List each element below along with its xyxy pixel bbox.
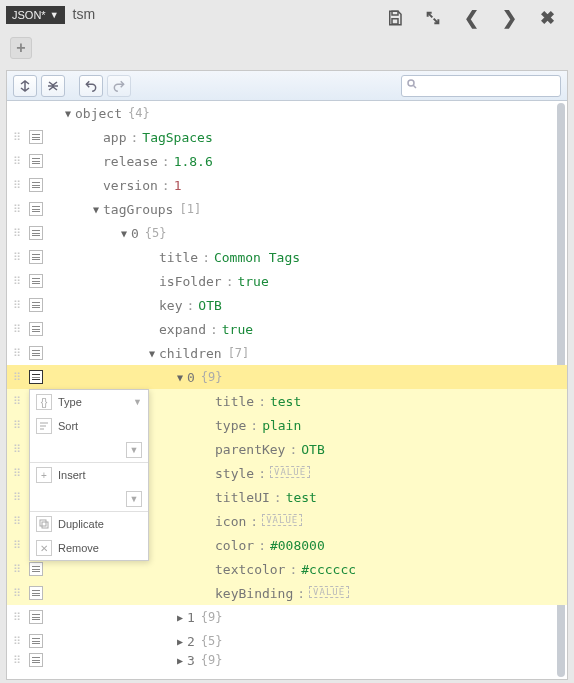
- tree-row-root[interactable]: ⠿ ▼ object {4}: [7, 101, 567, 125]
- ctx-insert[interactable]: + Insert: [30, 463, 148, 487]
- tree-row[interactable]: ⠿ ▼ title : Common Tags: [7, 245, 567, 269]
- search-box[interactable]: ▼ ▲: [401, 75, 561, 97]
- drag-handle-icon[interactable]: ⠿: [13, 275, 27, 288]
- row-menu-icon[interactable]: [29, 586, 43, 600]
- drag-handle-icon[interactable]: ⠿: [13, 251, 27, 264]
- undo-icon[interactable]: [79, 75, 103, 97]
- drag-handle-icon[interactable]: ⠿: [13, 347, 27, 360]
- tree-row-selected[interactable]: ⠿ ▼ 0 {9}: [7, 365, 567, 389]
- row-menu-icon[interactable]: [29, 274, 43, 288]
- drag-handle-icon[interactable]: ⠿: [13, 131, 27, 144]
- node-value[interactable]: true: [237, 274, 268, 289]
- expand-all-icon[interactable]: [13, 75, 37, 97]
- tree-row[interactable]: ⠿ ▼ children [7]: [7, 341, 567, 365]
- save-icon[interactable]: [380, 6, 410, 30]
- row-menu-icon[interactable]: [29, 298, 43, 312]
- node-value[interactable]: #cccccc: [301, 562, 356, 577]
- drag-handle-icon[interactable]: ⠿: [13, 563, 27, 576]
- drag-handle-icon[interactable]: ⠿: [13, 323, 27, 336]
- tree-row[interactable]: ⠿ ▼ keyBinding : VALUE: [7, 581, 567, 605]
- row-menu-icon[interactable]: [29, 653, 43, 667]
- tree-row[interactable]: ⠿ ▼ isFolder : true: [7, 269, 567, 293]
- ctx-sort[interactable]: Sort: [30, 414, 148, 438]
- mode-dropdown[interactable]: JSON* ▼: [6, 6, 65, 24]
- row-menu-icon[interactable]: [29, 178, 43, 192]
- tree-row[interactable]: ⠿ ▼ expand : true: [7, 317, 567, 341]
- row-menu-icon[interactable]: [29, 154, 43, 168]
- drag-handle-icon[interactable]: ⠿: [13, 491, 27, 504]
- collapse-all-icon[interactable]: [41, 75, 65, 97]
- caret-down-icon[interactable]: ▼: [145, 348, 159, 359]
- redo-icon[interactable]: [107, 75, 131, 97]
- row-menu-icon[interactable]: [29, 634, 43, 648]
- node-value[interactable]: #008000: [270, 538, 325, 553]
- node-value[interactable]: Common Tags: [214, 250, 300, 265]
- caret-right-icon[interactable]: ▶: [173, 655, 187, 666]
- drag-handle-icon[interactable]: ⠿: [13, 419, 27, 432]
- row-menu-icon[interactable]: [29, 250, 43, 264]
- node-value[interactable]: 1.8.6: [174, 154, 213, 169]
- tree-row[interactable]: ⠿ ▼ tagGroups [1]: [7, 197, 567, 221]
- caret-down-icon[interactable]: ▼: [173, 372, 187, 383]
- drag-handle-icon[interactable]: ⠿: [13, 179, 27, 192]
- node-value[interactable]: true: [222, 322, 253, 337]
- drag-handle-icon[interactable]: ⠿: [13, 299, 27, 312]
- drag-handle-icon[interactable]: ⠿: [13, 635, 27, 648]
- node-value[interactable]: test: [286, 490, 317, 505]
- row-menu-icon[interactable]: [29, 370, 43, 384]
- node-key: parentKey: [215, 442, 285, 457]
- node-value[interactable]: OTB: [198, 298, 221, 313]
- drag-handle-icon[interactable]: ⠿: [13, 155, 27, 168]
- row-menu-icon[interactable]: [29, 130, 43, 144]
- value-placeholder[interactable]: VALUE: [309, 586, 349, 598]
- ctx-insert-more-icon[interactable]: ▼: [126, 491, 142, 507]
- tree-row[interactable]: ⠿ ▶ 3 {9}: [7, 653, 567, 667]
- fullscreen-icon[interactable]: [418, 6, 448, 30]
- drag-handle-icon[interactable]: ⠿: [13, 203, 27, 216]
- tree-row[interactable]: ⠿ ▶ 1 {9}: [7, 605, 567, 629]
- tree-row[interactable]: ⠿ ▼ key : OTB: [7, 293, 567, 317]
- row-menu-icon[interactable]: [29, 346, 43, 360]
- next-icon[interactable]: ❯: [494, 6, 524, 30]
- row-menu-icon[interactable]: [29, 226, 43, 240]
- drag-handle-icon[interactable]: ⠿: [13, 395, 27, 408]
- tree-row[interactable]: ⠿ ▼ release : 1.8.6: [7, 149, 567, 173]
- tree-row[interactable]: ⠿ ▶ 2 {5}: [7, 629, 567, 653]
- row-menu-icon[interactable]: [29, 562, 43, 576]
- caret-down-icon[interactable]: ▼: [61, 108, 75, 119]
- add-tab-icon[interactable]: +: [10, 37, 32, 59]
- value-placeholder[interactable]: VALUE: [262, 514, 302, 526]
- node-value[interactable]: plain: [262, 418, 301, 433]
- drag-handle-icon[interactable]: ⠿: [13, 443, 27, 456]
- tree-row[interactable]: ⠿ ▼ 0 {5}: [7, 221, 567, 245]
- caret-down-icon[interactable]: ▼: [117, 228, 131, 239]
- caret-right-icon[interactable]: ▶: [173, 636, 187, 647]
- caret-right-icon[interactable]: ▶: [173, 612, 187, 623]
- ctx-sort-more-icon[interactable]: ▼: [126, 442, 142, 458]
- row-menu-icon[interactable]: [29, 322, 43, 336]
- ctx-duplicate[interactable]: Duplicate: [30, 512, 148, 536]
- tree-row[interactable]: ⠿ ▼ version : 1: [7, 173, 567, 197]
- close-icon[interactable]: ✖: [532, 6, 562, 30]
- drag-handle-icon[interactable]: ⠿: [13, 539, 27, 552]
- node-value[interactable]: test: [270, 394, 301, 409]
- drag-handle-icon[interactable]: ⠿: [13, 611, 27, 624]
- ctx-remove[interactable]: ✕ Remove: [30, 536, 148, 560]
- caret-down-icon[interactable]: ▼: [89, 204, 103, 215]
- ctx-type[interactable]: {} Type ▼: [30, 390, 148, 414]
- row-menu-icon[interactable]: [29, 610, 43, 624]
- node-value[interactable]: OTB: [301, 442, 324, 457]
- drag-handle-icon[interactable]: ⠿: [13, 227, 27, 240]
- drag-handle-icon[interactable]: ⠿: [13, 467, 27, 480]
- drag-handle-icon[interactable]: ⠿: [13, 515, 27, 528]
- node-value[interactable]: 1: [174, 178, 182, 193]
- search-input[interactable]: [422, 79, 572, 93]
- node-value[interactable]: TagSpaces: [142, 130, 212, 145]
- drag-handle-icon[interactable]: ⠿: [13, 654, 27, 667]
- row-menu-icon[interactable]: [29, 202, 43, 216]
- drag-handle-icon[interactable]: ⠿: [13, 371, 27, 384]
- tree-row[interactable]: ⠿ ▼ app : TagSpaces: [7, 125, 567, 149]
- value-placeholder[interactable]: VALUE: [270, 466, 310, 478]
- drag-handle-icon[interactable]: ⠿: [13, 587, 27, 600]
- prev-icon[interactable]: ❮: [456, 6, 486, 30]
